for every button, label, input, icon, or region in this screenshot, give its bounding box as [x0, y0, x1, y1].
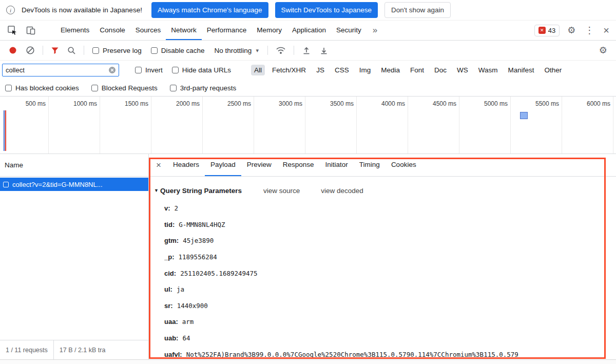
clear-filter-icon[interactable]: [108, 66, 116, 74]
third-party-requests-label: 3rd-party requests: [180, 84, 237, 92]
filter-type-js[interactable]: JS: [313, 65, 328, 75]
switch-japanese-button[interactable]: Switch DevTools to Japanese: [275, 2, 378, 18]
toolbar-separator: [84, 46, 84, 55]
view-source-link[interactable]: view source: [263, 187, 300, 195]
tab-elements[interactable]: Elements: [55, 21, 94, 40]
view-decoded-link[interactable]: view decoded: [321, 187, 363, 195]
device-toolbar-icon[interactable]: [22, 21, 40, 40]
import-har-icon[interactable]: [298, 41, 315, 60]
match-language-button[interactable]: Always match Chrome's language: [151, 2, 268, 18]
param-key: uaa:: [164, 318, 178, 325]
tab-network[interactable]: Network: [166, 21, 202, 40]
export-har-icon[interactable]: [315, 41, 333, 60]
tab-application[interactable]: Application: [287, 21, 331, 40]
detail-tab-response[interactable]: Response: [277, 154, 320, 176]
search-icon[interactable]: [63, 41, 80, 60]
close-devtools-icon[interactable]: ×: [599, 21, 614, 40]
notification-bar: i DevTools is now available in Japanese!…: [0, 0, 616, 21]
detail-tab-preview[interactable]: Preview: [241, 154, 277, 176]
error-count-badge[interactable]: ✕ 43: [534, 25, 560, 36]
tab-sources[interactable]: Sources: [130, 21, 166, 40]
param-value: 1189556284: [179, 253, 217, 261]
has-blocked-cookies-checkbox[interactable]: Has blocked cookies: [5, 84, 79, 92]
chevron-down-icon: ▾: [256, 47, 259, 54]
filter-type-css[interactable]: CSS: [332, 65, 352, 75]
error-count: 43: [548, 27, 555, 34]
timeline-label: 500 ms: [0, 97, 49, 154]
network-conditions-icon[interactable]: [272, 41, 290, 60]
filter-type-other[interactable]: Other: [542, 65, 565, 75]
filter-icon[interactable]: [47, 41, 63, 60]
filter-type-doc[interactable]: Doc: [431, 65, 450, 75]
detail-tab-timing[interactable]: Timing: [354, 154, 386, 176]
tab-memory[interactable]: Memory: [252, 21, 287, 40]
clear-icon[interactable]: [22, 41, 39, 60]
timeline-overview[interactable]: 500 ms 1000 ms 1500 ms 2000 ms 2500 ms 3…: [0, 97, 616, 154]
toolbar-separator: [43, 46, 43, 55]
request-waterfall-marker[interactable]: [520, 112, 528, 119]
detail-tab-cookies[interactable]: Cookies: [386, 154, 422, 176]
throttling-dropdown[interactable]: No throttling ▾: [215, 47, 259, 54]
hide-data-urls-checkbox[interactable]: Hide data URLs: [172, 66, 231, 74]
param-value: G-MMN8NL4HQZ: [179, 221, 225, 228]
request-row-collect[interactable]: collect?v=2&tid=G-MMN8NL...: [0, 178, 148, 191]
filter-type-manifest[interactable]: Manifest: [505, 65, 537, 75]
kebab-menu-icon[interactable]: ⋮: [580, 21, 599, 40]
filter-type-all[interactable]: All: [251, 65, 265, 75]
timeline-label: 5000 ms: [459, 97, 511, 154]
param-row-gtm: gtm: 45je3890: [164, 233, 611, 249]
inspect-element-icon[interactable]: [3, 21, 22, 40]
filter-bar-secondary: Has blocked cookies Blocked Requests 3rd…: [0, 80, 616, 97]
param-row-ul: ul: ja: [164, 281, 611, 298]
filter-input[interactable]: collect: [2, 64, 119, 76]
invert-checkbox[interactable]: Invert: [135, 66, 163, 74]
detail-tab-headers[interactable]: Headers: [167, 154, 205, 176]
third-party-requests-checkbox[interactable]: 3rd-party requests: [170, 84, 237, 92]
preserve-log-label: Preserve log: [103, 47, 142, 54]
more-tabs-icon[interactable]: »: [367, 25, 383, 35]
timeline-grid: 500 ms 1000 ms 1500 ms 2000 ms 2500 ms 3…: [0, 97, 613, 154]
hide-data-urls-label: Hide data URLs: [182, 66, 231, 74]
query-string-title: Query String Parameters: [160, 187, 242, 195]
filter-type-img[interactable]: Img: [356, 65, 374, 75]
param-row-p: _p: 1189556284: [164, 249, 611, 265]
close-detail-icon[interactable]: ×: [150, 154, 167, 176]
disclosure-triangle-icon[interactable]: ▼: [154, 188, 159, 193]
param-key: ul:: [164, 285, 172, 293]
filter-type-wasm[interactable]: Wasm: [475, 65, 501, 75]
detail-tab-payload[interactable]: Payload: [205, 154, 241, 176]
dismiss-button[interactable]: Don't show again: [384, 2, 451, 18]
tab-console[interactable]: Console: [94, 21, 130, 40]
has-blocked-cookies-label: Has blocked cookies: [15, 84, 79, 92]
param-key: cid:: [164, 270, 176, 277]
disable-cache-label: Disable cache: [161, 47, 205, 54]
checkbox-box: [172, 67, 179, 73]
tab-security[interactable]: Security: [331, 21, 367, 40]
timeline-label: 1000 ms: [49, 97, 100, 154]
blocked-requests-checkbox[interactable]: Blocked Requests: [91, 84, 158, 92]
request-rows: collect?v=2&tid=G-MMN8NL...: [0, 177, 148, 340]
preserve-log-checkbox[interactable]: Preserve log: [92, 47, 142, 54]
param-key: sr:: [164, 302, 173, 310]
network-settings-gear-icon[interactable]: ⚙: [594, 41, 612, 60]
name-column-header[interactable]: Name: [0, 154, 148, 177]
param-key: tid:: [164, 221, 175, 228]
record-icon[interactable]: [4, 41, 22, 60]
disable-cache-checkbox[interactable]: Disable cache: [151, 47, 205, 54]
settings-gear-icon[interactable]: ⚙: [563, 21, 580, 40]
detail-tab-initiator[interactable]: Initiator: [320, 154, 354, 176]
detail-tabbar: × Headers Payload Preview Response Initi…: [149, 154, 616, 177]
filter-type-ws[interactable]: WS: [454, 65, 471, 75]
filter-type-media[interactable]: Media: [378, 65, 403, 75]
timeline-label: 2000 ms: [151, 97, 203, 154]
info-icon: i: [6, 6, 15, 14]
filter-type-fetch-xhr[interactable]: Fetch/XHR: [269, 65, 309, 75]
timeline-label: 4000 ms: [357, 97, 408, 154]
filter-type-font[interactable]: Font: [407, 65, 427, 75]
domcontentloaded-marker: [4, 110, 5, 151]
param-key: _p:: [164, 253, 175, 261]
request-doc-icon: [3, 182, 9, 187]
tab-performance[interactable]: Performance: [202, 21, 252, 40]
param-value: Not%252FA)Brand%3B99.0.0.0%7CGoogle%2520…: [186, 351, 518, 358]
query-string-section-header[interactable]: ▼ Query String Parameters view source vi…: [154, 183, 611, 198]
